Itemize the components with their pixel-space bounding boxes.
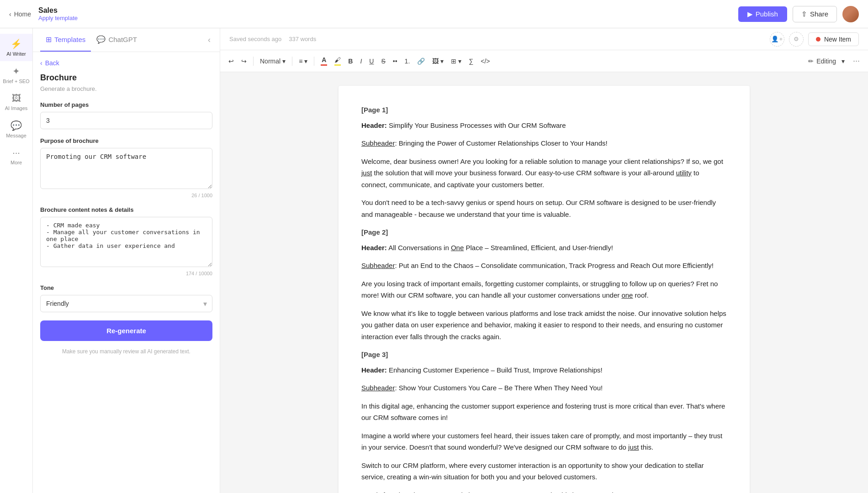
page2-p2: We know what it's like to toggle between… [361,308,727,343]
editing-mode: ✏ Editing ▾ ··· [808,54,863,68]
table-dropdown[interactable]: ⊞ ▾ [448,56,464,67]
avatar[interactable] [842,6,859,22]
share-button[interactable]: ⇧ Share [793,6,837,22]
panel-collapse-button[interactable]: ‹ [206,33,212,47]
image-chevron-icon: ▾ [440,58,444,65]
text-style-dropdown[interactable]: Normal ▾ [257,56,288,67]
page1-subheader: Subheader: Bringing the Power of Custome… [361,137,727,149]
publish-button[interactable]: ▶ Publish [738,6,787,22]
notes-textarea[interactable]: - CRM made easy - Manage all your custom… [40,217,212,267]
purpose-label: Purpose of brochure [40,137,212,144]
tab-templates[interactable]: ⊞ Templates [40,28,91,52]
top-bar: ‹ Home Sales Apply template ▶ Publish ⇧ … [0,0,868,28]
italic-button[interactable]: I [357,56,365,67]
pages-label: Number of pages [40,101,212,108]
sidebar-item-brief-seo[interactable]: ✦ Brief + SEO [0,61,32,89]
highlight-button[interactable]: 🖌 [332,54,344,68]
sidebar-item-ai-writer[interactable]: ⚡ AI Writer [0,34,32,61]
apply-template-link[interactable]: Apply template [38,15,78,21]
user-add-button[interactable]: 👤+ [770,32,784,47]
page1-label: [Page 1] [361,104,727,116]
message-icon: 💬 [11,120,22,131]
page2-label: [Page 2] [361,226,727,238]
chatgpt-tab-label: ChatGPT [108,36,137,43]
page3-p1: In this digital age, enhancing the custo… [361,400,727,424]
sidebar-label-brief-seo: Brief + SEO [3,79,29,84]
page2-subheader: Subheader: Put an End to the Chaos – Con… [361,260,727,272]
purpose-char-count: 26 / 1000 [40,193,212,198]
section-title: Brochure [40,73,212,83]
top-bar-right: ▶ Publish ⇧ Share [738,6,859,22]
home-label: Home [14,10,31,18]
undo-button[interactable]: ↩ [226,56,237,67]
pages-input[interactable] [40,112,212,129]
image-icon: 🖼 [12,93,21,104]
panel-content: ‹ Back Brochure Generate a brochure. Num… [33,52,220,493]
bold-button[interactable]: B [345,56,355,67]
sidebar-label-message: Message [6,133,26,138]
page3-label: [Page 3] [361,349,727,361]
align-icon: ≡ [299,58,302,65]
tone-select[interactable]: Friendly Professional Casual Formal [40,295,212,312]
back-label: Back [45,59,59,67]
highlight-indicator [334,64,341,66]
user-add-icon: 👤+ [771,36,783,42]
notes-char-count: 174 / 10000 [40,271,212,276]
align-chevron-icon: ▾ [304,58,307,65]
notes-textarea-wrap: - CRM made easy - Manage all your custom… [40,217,212,269]
formula-button[interactable]: ∑ [466,56,476,67]
page3-p3: Switch to our CRM platform, where every … [361,460,727,483]
ordered-list-button[interactable]: 1. [402,56,413,67]
tab-chatgpt[interactable]: 💬 ChatGPT [91,28,143,52]
editor-topbar: Saved seconds ago 337 words 👤+ ⚙ New Ite… [220,28,868,50]
code-button[interactable]: </> [478,56,492,67]
bullet-list-button[interactable]: •• [390,56,400,67]
purpose-textarea[interactable]: Promoting our CRM software [40,148,212,189]
templates-tab-icon: ⊞ [46,35,52,44]
underline-button[interactable]: U [366,56,376,67]
regenerate-button[interactable]: Re-generate [40,320,212,341]
templates-tab-label: Templates [54,36,85,43]
redo-button[interactable]: ↪ [238,56,249,67]
main-layout: ⚡ AI Writer ✦ Brief + SEO 🖼 AI Images 💬 … [0,28,868,493]
edit-pencil-icon: ✏ [808,58,814,65]
page3-p4: Ready for a leap in Customer Relations M… [361,489,727,493]
panel-tabs: ⊞ Templates 💬 ChatGPT ‹ [33,28,220,52]
chevron-down-icon: ▾ [282,58,286,65]
new-item-button[interactable]: New Item [808,32,859,46]
more-options-button[interactable]: ··· [850,54,863,68]
strikethrough-button[interactable]: S [378,56,388,67]
toolbar-separator-3 [314,57,314,66]
editor-scroll[interactable]: [Page 1] Header: Simplify Your Business … [220,72,868,493]
purpose-field-group: Purpose of brochure Promoting our CRM so… [40,137,212,198]
share-label: Share [810,10,828,18]
home-link[interactable]: ‹ Home [9,10,31,18]
editing-dropdown-button[interactable]: ▾ [839,56,847,67]
settings-button[interactable]: ⚙ [789,32,804,47]
editor-document[interactable]: [Page 1] Header: Simplify Your Business … [339,86,750,493]
editor-meta: Saved seconds ago 337 words [229,36,316,42]
link-button[interactable]: 🔗 [414,56,428,67]
breadcrumb-title: Sales [38,6,78,15]
sidebar-item-message[interactable]: 💬 Message [0,115,32,143]
purpose-textarea-wrap: Promoting our CRM software [40,148,212,191]
page2-p1: Are you losing track of important emails… [361,278,727,301]
more-icon: ··· [12,147,20,158]
text-color-button[interactable]: A [318,54,330,68]
page3-subheader: Subheader: Show Your Customers You Care … [361,382,727,394]
status-dot [816,37,820,42]
back-link[interactable]: ‹ Back [40,59,212,67]
sidebar-item-more[interactable]: ··· More [0,143,32,170]
publish-label: Publish [756,10,778,18]
avatar-image [842,6,859,22]
sidebar-item-ai-images[interactable]: 🖼 AI Images [0,89,32,115]
lightning-icon: ⚡ [11,38,22,49]
saved-text: Saved seconds ago [229,36,281,42]
image-dropdown[interactable]: 🖼 ▾ [429,56,446,67]
editor-area: Saved seconds ago 337 words 👤+ ⚙ New Ite… [220,28,868,493]
top-bar-left: ‹ Home Sales Apply template [9,6,78,21]
page1-p1: Welcome, dear business owner! Are you lo… [361,156,727,191]
align-dropdown[interactable]: ≡ ▾ [296,56,310,67]
page3-header: Header: Enhancing Customer Experience – … [361,364,727,376]
table-icon: ⊞ [451,58,456,65]
